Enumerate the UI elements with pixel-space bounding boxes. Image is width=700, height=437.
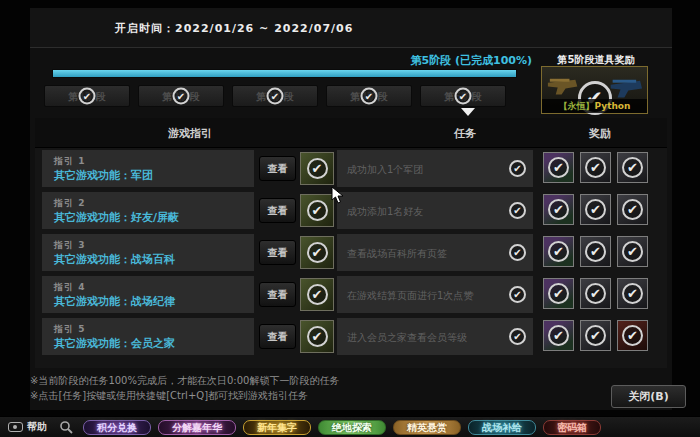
view-button[interactable]: 查看 [259,324,296,349]
task-cell: 在游戏结算页面进行1次点赞 ✔ [337,276,533,313]
task-text: 进入会员之家查看会员等级 [347,331,467,345]
game-guide-screen: 开启时间：2022/01/26 ~ 2022/07/06 第5阶段 (已完成10… [0,0,700,437]
stage-progress-fill [53,70,516,77]
table-row: 指引 1 其它游戏功能：军团 查看 ✔ 成功加入1个军团 ✔ ✔ ✔ ✔ [35,148,667,190]
task-check-icon: ✔ [509,160,526,177]
task-check-icon: ✔ [509,202,526,219]
check-icon: ✔ [548,241,569,262]
search-icon[interactable] [59,420,73,434]
guide-number: 指引 5 [54,323,85,336]
reward-slot-3[interactable]: ✔ [617,320,648,351]
guide-number: 指引 2 [54,197,85,210]
check-icon: ✔ [307,326,328,347]
stage-tab-3[interactable]: 第3阶段✔ [232,85,318,107]
check-icon: ✔ [585,325,606,346]
check-icon: ✔ [585,157,606,178]
taskbar-button-explore[interactable]: 绝地探索 [318,420,386,435]
taskbar-button-newyear-collect[interactable]: 新年集字 [243,420,311,435]
reward-slot-2[interactable]: ✔ [580,152,611,183]
reward-slot-2[interactable]: ✔ [580,194,611,225]
footnote-unlock-rule: ※当前阶段的任务100%完成后，才能在次日0:00解锁下一阶段的任务 [30,374,339,388]
check-icon: ✔ [585,241,606,262]
close-button[interactable]: 关闭(B) [611,385,686,408]
task-cell: 进入会员之家查看会员等级 ✔ [337,318,533,355]
stage-tab-4[interactable]: 第4阶段✔ [326,85,412,107]
reward-slot-1[interactable]: ✔ [543,236,574,267]
event-panel: 开启时间：2022/01/26 ~ 2022/07/06 第5阶段 (已完成10… [30,8,672,410]
check-icon: ✔ [548,283,569,304]
stage-tabs: 第1阶段✔ 第2阶段✔ 第3阶段✔ 第4阶段✔ 第5阶段✔ [44,85,506,107]
task-text: 查看战场百科所有页签 [347,247,447,261]
reward-slot-1[interactable]: ✔ [543,320,574,351]
taskbar-button-battle-supply[interactable]: 战场补给 [468,420,536,435]
task-cell: 成功添加1名好友 ✔ [337,192,533,229]
reward-item-prefix: 【永恒】 [559,101,595,111]
guide-name: 其它游戏功能：战场纪律 [54,294,175,309]
guide-number: 指引 4 [54,281,85,294]
time-bar: 开启时间：2022/01/26 ~ 2022/07/06 [30,8,672,48]
guide-number: 指引 1 [54,155,85,168]
reward-slot-3[interactable]: ✔ [617,236,648,267]
stage-progress-label: 第5阶段 (已完成100%) [210,53,532,68]
guide-name: 其它游戏功能：战场百科 [54,252,175,267]
reward-slot-1[interactable]: ✔ [543,194,574,225]
reward-slot-2[interactable]: ✔ [580,278,611,309]
open-time-text: 开启时间：2022/01/26 ~ 2022/07/06 [115,21,353,36]
selected-stage-pointer-icon [461,108,475,116]
reward-cell: ✔ ✔ ✔ [543,278,648,309]
reward-slot-3[interactable]: ✔ [617,152,648,183]
reward-slot-2[interactable]: ✔ [580,236,611,267]
check-icon: ✔ [307,158,328,179]
guide-cell: 指引 5 其它游戏功能：会员之家 [42,318,254,355]
reward-slot-1[interactable]: ✔ [543,278,574,309]
check-icon: ✔ [455,88,472,105]
check-icon: ✔ [622,157,643,178]
guide-task-table: 游戏指引 任务 奖励 指引 1 其它游戏功能：军团 查看 ✔ 成功加入1个军团 … [35,118,667,368]
guide-complete-icon: ✔ [300,194,334,227]
column-header-task: 任务 [400,126,530,141]
check-icon: ✔ [361,88,378,105]
help-icon[interactable] [8,422,23,432]
view-button[interactable]: 查看 [259,156,296,181]
task-check-icon: ✔ [509,328,526,345]
guide-cell: 指引 1 其它游戏功能：军团 [42,150,254,187]
stage-tab-2[interactable]: 第2阶段✔ [138,85,224,107]
taskbar-button-password-box[interactable]: 密码箱 [543,420,601,435]
reward-cell: ✔ ✔ ✔ [543,194,648,225]
check-icon: ✔ [622,325,643,346]
check-icon: ✔ [307,242,328,263]
view-button[interactable]: 查看 [259,240,296,265]
taskbar-button-points-exchange[interactable]: 积分兑换 [83,420,151,435]
reward-slot-3[interactable]: ✔ [617,194,648,225]
check-icon: ✔ [267,88,284,105]
task-cell: 查看战场百科所有页签 ✔ [337,234,533,271]
footnote-shortcut-hint: ※点击[任务]按键或使用快捷键[Ctrl+Q]都可找到游戏指引任务 [30,389,308,403]
check-icon: ✔ [307,284,328,305]
guide-complete-icon: ✔ [300,320,334,353]
taskbar-button-decompose-carnival[interactable]: 分解嘉年华 [158,420,236,435]
stage-reward-item[interactable]: ✔ 【永恒】Python [541,66,648,114]
view-button[interactable]: 查看 [259,198,296,223]
table-row: 指引 5 其它游戏功能：会员之家 查看 ✔ 进入会员之家查看会员等级 ✔ ✔ ✔… [35,316,667,358]
task-text: 在游戏结算页面进行1次点赞 [347,289,473,303]
taskbar-button-elite-bounty[interactable]: 精英悬赏 [393,420,461,435]
guide-cell: 指引 3 其它游戏功能：战场百科 [42,234,254,271]
stage-tab-1[interactable]: 第1阶段✔ [44,85,130,107]
check-icon: ✔ [585,199,606,220]
check-icon: ✔ [585,283,606,304]
guide-name: 其它游戏功能：会员之家 [54,336,175,351]
help-label[interactable]: 帮助 [27,420,47,434]
guide-complete-icon: ✔ [300,278,334,311]
view-button[interactable]: 查看 [259,282,296,307]
check-icon: ✔ [622,199,643,220]
reward-slot-3[interactable]: ✔ [617,278,648,309]
stage-tab-5[interactable]: 第5阶段✔ [420,85,506,107]
reward-slot-2[interactable]: ✔ [580,320,611,351]
check-icon: ✔ [173,88,190,105]
guide-complete-icon: ✔ [300,236,334,269]
reward-item-title: Python [595,101,631,111]
reward-cell: ✔ ✔ ✔ [543,320,648,351]
table-header: 游戏指引 任务 奖励 [35,118,667,148]
reward-slot-1[interactable]: ✔ [543,152,574,183]
table-row: 指引 2 其它游戏功能：好友/屏蔽 查看 ✔ 成功添加1名好友 ✔ ✔ ✔ ✔ [35,190,667,232]
